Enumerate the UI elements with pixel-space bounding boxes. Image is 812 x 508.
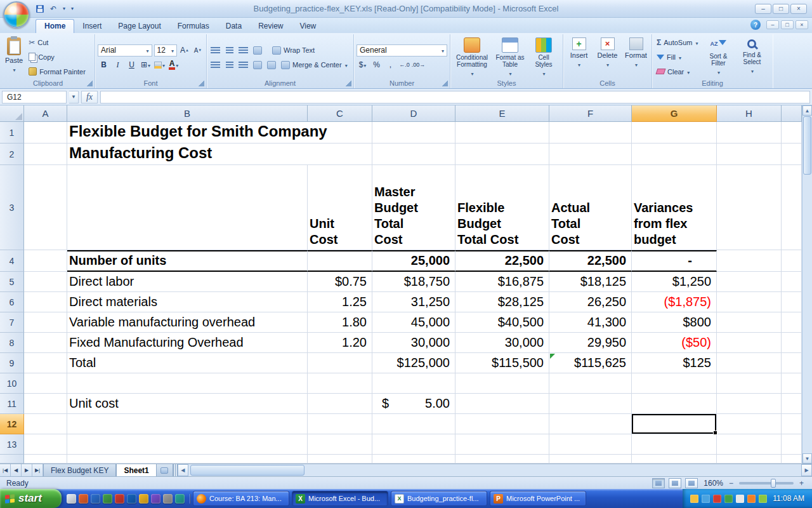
tray-icon[interactable] [724, 495, 733, 503]
column-header-F[interactable]: F [549, 105, 632, 122]
tray-icon[interactable] [759, 495, 767, 503]
cell-D13[interactable] [372, 434, 455, 455]
copy-button[interactable]: Copy [27, 51, 92, 63]
sheet-tab-sheet1[interactable]: Sheet1 [116, 464, 156, 476]
tab-view[interactable]: View [291, 20, 324, 33]
font-dialog-launcher[interactable] [199, 81, 204, 86]
cell-B[interactable] [67, 455, 308, 464]
percent-style-button[interactable]: % [370, 59, 383, 71]
cut-button[interactable]: ✂Cut [27, 36, 92, 48]
quick-launch-icon[interactable] [127, 494, 136, 504]
cell-F6[interactable]: 26,250 [549, 292, 632, 312]
cell-A12[interactable] [24, 414, 67, 434]
scroll-right-button[interactable]: ▶ [801, 464, 812, 476]
format-as-table-button[interactable]: Format as Table [494, 36, 527, 79]
cell-B1[interactable]: Flexible Budget for Smith Company [67, 122, 308, 144]
cell-H1[interactable] [717, 122, 782, 144]
cell-G10[interactable] [632, 373, 717, 394]
cell-E11[interactable] [455, 394, 549, 414]
tab-formulas[interactable]: Formulas [169, 20, 218, 33]
row-header-10[interactable]: 10 [0, 373, 24, 394]
quick-launch-icon[interactable] [139, 494, 148, 504]
cell-A6[interactable] [24, 292, 67, 312]
undo-dropdown[interactable]: ▾ [61, 3, 67, 15]
quick-launch-icon[interactable] [91, 494, 100, 504]
undo-button[interactable]: ↶ [48, 3, 59, 15]
cell-H13[interactable] [717, 434, 782, 455]
increase-indent-button[interactable] [265, 59, 277, 71]
align-center-button[interactable] [223, 59, 235, 71]
name-box[interactable]: G12 [2, 91, 67, 104]
column-header-C[interactable]: C [308, 105, 372, 122]
taskbar-button-excel[interactable]: XMicrosoft Excel - Bud... [292, 491, 388, 506]
cell-D3[interactable]: Master Budget Total Cost [372, 165, 455, 250]
row-header-spacer[interactable] [0, 455, 24, 464]
cell-x1[interactable] [782, 122, 802, 144]
workbook-minimize-button[interactable]: – [766, 20, 779, 29]
cell-G12[interactable] [632, 414, 717, 434]
zoom-level[interactable]: 160% [702, 479, 723, 488]
cell-H7[interactable] [717, 312, 782, 333]
cell-A8[interactable] [24, 333, 67, 353]
cell-x4[interactable] [782, 250, 802, 272]
qat-customize-button[interactable]: ▾ [69, 3, 75, 15]
normal-view-button[interactable] [652, 478, 665, 488]
quick-launch-icon[interactable] [67, 494, 76, 504]
quick-launch-icon[interactable] [79, 494, 88, 504]
column-header-G[interactable]: G [632, 105, 717, 122]
cell-F2[interactable] [549, 144, 632, 165]
cell-x2[interactable] [782, 144, 802, 165]
wrap-text-button[interactable]: Wrap Text [270, 44, 317, 57]
cell-x13[interactable] [782, 434, 802, 455]
insert-worksheet-button[interactable] [157, 464, 173, 476]
insert-function-button[interactable]: fx [81, 91, 98, 104]
align-right-button[interactable] [237, 59, 249, 71]
tray-icon[interactable] [702, 495, 710, 503]
cell-E12[interactable] [455, 414, 549, 434]
cell-D8[interactable]: 30,000 [372, 333, 455, 353]
cell-D1[interactable] [372, 122, 455, 144]
quick-launch-icon[interactable] [151, 494, 160, 504]
cell-H3[interactable] [717, 165, 782, 250]
italic-button[interactable]: I [112, 59, 124, 71]
office-button[interactable] [3, 1, 30, 28]
column-header-B[interactable]: B [67, 105, 308, 122]
cell-F10[interactable] [549, 373, 632, 394]
taskbar-button-course[interactable]: Course: BA 213: Man... [193, 491, 289, 506]
page-break-view-button[interactable] [685, 478, 698, 488]
save-button[interactable] [34, 3, 46, 15]
workbook-restore-button[interactable]: □ [781, 20, 794, 29]
sort-filter-button[interactable]: AZ Sort & Filter [702, 36, 734, 77]
cell-D11[interactable]: $5.00 [372, 394, 455, 414]
scroll-up-button[interactable]: ▲ [802, 105, 812, 116]
cell-B8[interactable]: Fixed Manufacturing Overhead [67, 333, 308, 353]
row-header-12[interactable]: 12 [0, 414, 24, 434]
grow-font-button[interactable]: A▲ [179, 44, 190, 57]
cell-F[interactable] [549, 455, 632, 464]
cell-C10[interactable] [308, 373, 372, 394]
cell-H[interactable] [717, 455, 782, 464]
zoom-slider-thumb[interactable] [771, 479, 776, 488]
conditional-formatting-button[interactable]: Conditional Formatting [453, 36, 491, 79]
cell-C6[interactable]: 1.25 [308, 292, 372, 312]
cell-E9[interactable]: $115,500 [455, 353, 549, 373]
cell-C[interactable] [308, 455, 372, 464]
cell-H9[interactable] [717, 353, 782, 373]
cell-A7[interactable] [24, 312, 67, 333]
cell-H6[interactable] [717, 292, 782, 312]
cell-A9[interactable] [24, 353, 67, 373]
number-format-select[interactable]: General [357, 44, 447, 57]
cell-x12[interactable] [782, 414, 802, 434]
cell-x9[interactable] [782, 353, 802, 373]
cell-C13[interactable] [308, 434, 372, 455]
cell-A13[interactable] [24, 434, 67, 455]
clear-button[interactable]: Clear [655, 65, 700, 77]
cell-C5[interactable]: $0.75 [308, 272, 372, 292]
column-header-spacer[interactable] [782, 105, 802, 122]
cell-A3[interactable] [24, 165, 67, 250]
quick-launch-icon[interactable] [175, 494, 185, 504]
align-left-button[interactable] [209, 59, 221, 71]
cell-H2[interactable] [717, 144, 782, 165]
tab-insert[interactable]: Insert [74, 20, 110, 33]
comma-style-button[interactable]: , [384, 59, 396, 71]
